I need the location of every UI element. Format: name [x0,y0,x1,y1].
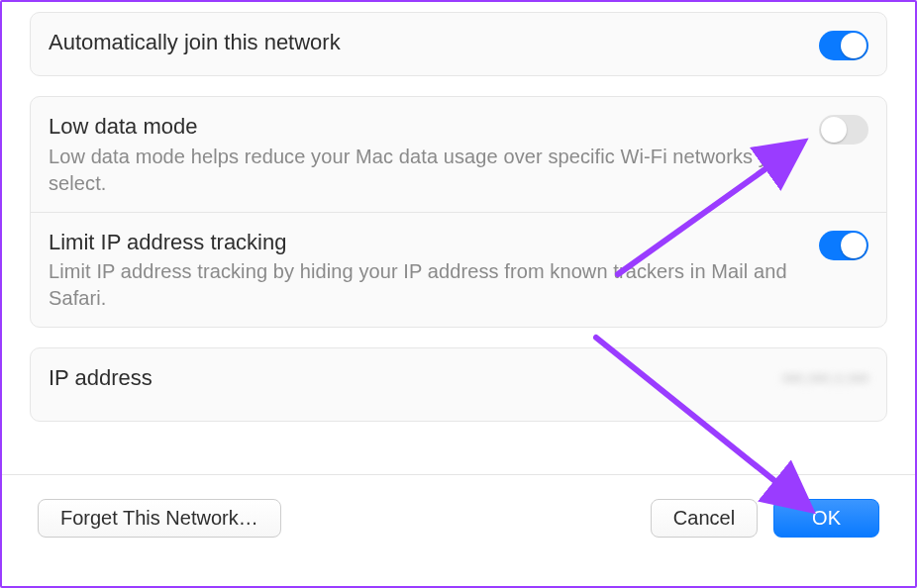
ip-address-card: IP address •••.•••.•.••• [30,347,887,422]
cancel-button[interactable]: Cancel [651,499,758,538]
ip-address-value: •••.•••.•.••• [782,367,868,390]
footer-bar: Forget This Network… Cancel OK [2,475,915,586]
limit-ip-row: Limit IP address tracking Limit IP addre… [31,212,886,328]
privacy-card: Low data mode Low data mode helps reduce… [30,96,887,328]
low-data-title: Low data mode [49,113,799,142]
network-settings-panel: Automatically join this network Low data… [0,0,917,588]
limit-ip-title: Limit IP address tracking [49,229,799,257]
ip-address-row: IP address •••.•••.•.••• [31,348,886,421]
settings-body: Automatically join this network Low data… [2,2,915,474]
low-data-desc: Low data mode helps reduce your Mac data… [49,144,799,197]
low-data-row: Low data mode Low data mode helps reduce… [31,97,886,212]
ip-address-title: IP address [49,364,763,393]
auto-join-card: Automatically join this network [30,12,887,76]
auto-join-toggle[interactable] [819,31,868,60]
ok-button[interactable]: OK [773,499,879,538]
low-data-mode-toggle[interactable] [819,115,868,145]
forget-network-button[interactable]: Forget This Network… [38,499,281,538]
limit-ip-desc: Limit IP address tracking by hiding your… [49,258,799,312]
auto-join-row: Automatically join this network [31,13,886,75]
limit-ip-toggle[interactable] [819,231,868,260]
auto-join-title: Automatically join this network [49,29,799,57]
